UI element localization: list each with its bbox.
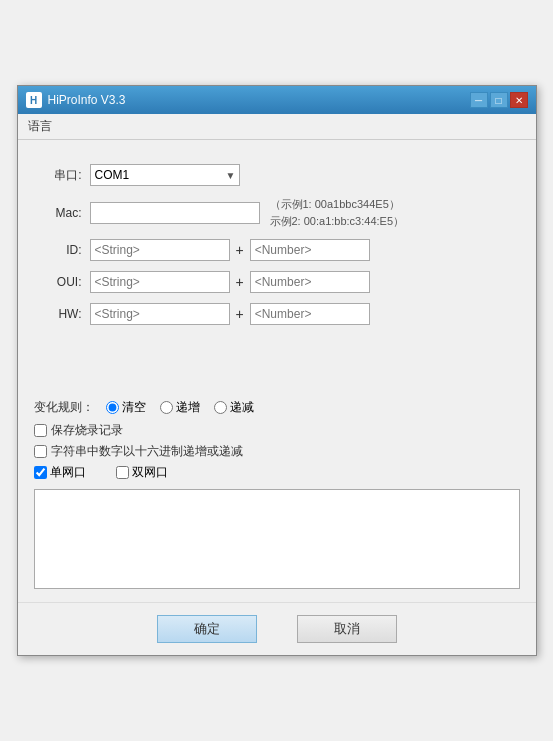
single-port-item[interactable]: 单网口 [34, 464, 86, 481]
single-port-checkbox[interactable] [34, 466, 47, 479]
id-number-input[interactable] [250, 239, 370, 261]
network-row: 单网口 双网口 [34, 464, 520, 481]
oui-label: OUI: [34, 275, 82, 289]
rules-label: 变化规则： [34, 399, 94, 416]
mac-hint-line2: 示例2: 00:a1:bb:c3:44:E5） [270, 213, 405, 230]
radio-increment-label: 递增 [176, 399, 200, 416]
rules-section: 变化规则： 清空 递增 递减 [34, 399, 520, 481]
log-textarea[interactable] [34, 489, 520, 589]
form-section: 串口: COM1 COM2 COM3 COM4 ▼ Mac: （示例1: 00a… [34, 164, 520, 325]
spacer [34, 335, 520, 395]
radio-decrement-item[interactable]: 递减 [214, 399, 254, 416]
single-port-label: 单网口 [50, 464, 86, 481]
oui-number-input[interactable] [250, 271, 370, 293]
bottom-buttons: 确定 取消 [18, 602, 536, 655]
mac-row: Mac: （示例1: 00a1bbc344E5） 示例2: 00:a1:bb:c… [34, 196, 520, 229]
hex-increment-label: 字符串中数字以十六进制递增或递减 [51, 443, 243, 460]
port-label: 串口: [34, 167, 82, 184]
rules-radio-group: 清空 递增 递减 [106, 399, 254, 416]
radio-clear[interactable] [106, 401, 119, 414]
id-label: ID: [34, 243, 82, 257]
title-controls: ─ □ ✕ [470, 92, 528, 108]
main-window: H HiProInfo V3.3 ─ □ ✕ 语言 串口: COM1 COM2 … [17, 85, 537, 656]
radio-clear-item[interactable]: 清空 [106, 399, 146, 416]
save-log-checkbox[interactable] [34, 424, 47, 437]
title-bar-left: H HiProInfo V3.3 [26, 92, 126, 108]
radio-increment[interactable] [160, 401, 173, 414]
hex-increment-row: 字符串中数字以十六进制递增或递减 [34, 443, 520, 460]
radio-decrement[interactable] [214, 401, 227, 414]
port-dropdown-wrapper: COM1 COM2 COM3 COM4 ▼ [90, 164, 240, 186]
oui-string-input[interactable] [90, 271, 230, 293]
radio-clear-label: 清空 [122, 399, 146, 416]
minimize-button[interactable]: ─ [470, 92, 488, 108]
confirm-button[interactable]: 确定 [157, 615, 257, 643]
mac-label: Mac: [34, 206, 82, 220]
dual-port-checkbox[interactable] [116, 466, 129, 479]
id-string-input[interactable] [90, 239, 230, 261]
id-row: ID: + [34, 239, 520, 261]
window-title: HiProInfo V3.3 [48, 93, 126, 107]
mac-hint: （示例1: 00a1bbc344E5） 示例2: 00:a1:bb:c3:44:… [270, 196, 405, 229]
mac-hint-line1: （示例1: 00a1bbc344E5） [270, 196, 405, 213]
oui-row: OUI: + [34, 271, 520, 293]
oui-plus-sign: + [236, 274, 244, 290]
hw-plus-sign: + [236, 306, 244, 322]
port-row: 串口: COM1 COM2 COM3 COM4 ▼ [34, 164, 520, 186]
menu-bar: 语言 [18, 114, 536, 140]
save-log-label: 保存烧录记录 [51, 422, 123, 439]
content-area: 串口: COM1 COM2 COM3 COM4 ▼ Mac: （示例1: 00a… [18, 150, 536, 602]
hw-label: HW: [34, 307, 82, 321]
dual-port-label: 双网口 [132, 464, 168, 481]
radio-decrement-label: 递减 [230, 399, 254, 416]
save-log-row: 保存烧录记录 [34, 422, 520, 439]
maximize-button[interactable]: □ [490, 92, 508, 108]
app-icon: H [26, 92, 42, 108]
close-button[interactable]: ✕ [510, 92, 528, 108]
hw-row: HW: + [34, 303, 520, 325]
hw-number-input[interactable] [250, 303, 370, 325]
radio-increment-item[interactable]: 递增 [160, 399, 200, 416]
language-menu[interactable]: 语言 [22, 116, 58, 137]
id-plus-sign: + [236, 242, 244, 258]
port-select[interactable]: COM1 COM2 COM3 COM4 [90, 164, 240, 186]
mac-input[interactable] [90, 202, 260, 224]
hw-string-input[interactable] [90, 303, 230, 325]
hex-increment-checkbox[interactable] [34, 445, 47, 458]
rules-radio-row: 变化规则： 清空 递增 递减 [34, 399, 520, 416]
cancel-button[interactable]: 取消 [297, 615, 397, 643]
dual-port-item[interactable]: 双网口 [116, 464, 168, 481]
textarea-section [34, 489, 520, 592]
title-bar: H HiProInfo V3.3 ─ □ ✕ [18, 86, 536, 114]
